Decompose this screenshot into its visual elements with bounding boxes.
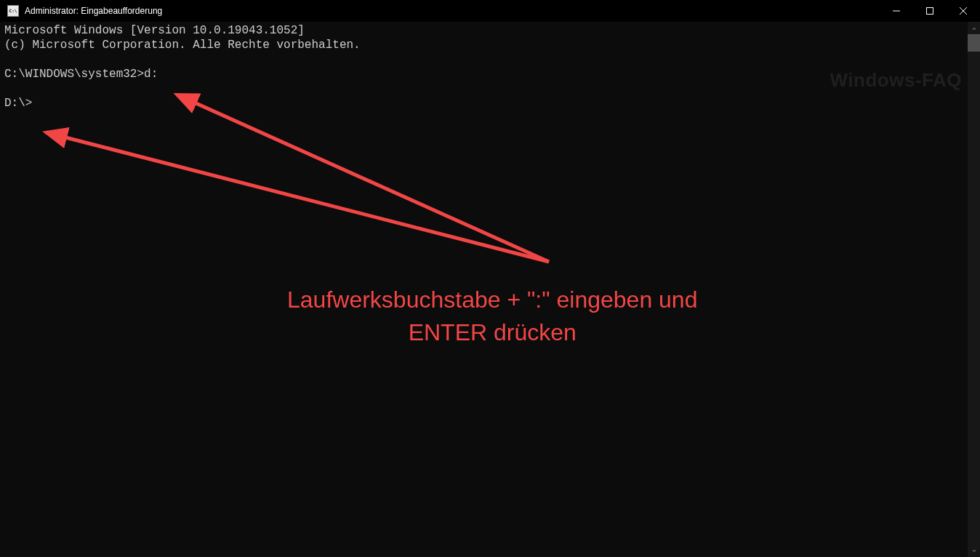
chevron-down-icon [971,548,977,554]
scrollbar-vertical[interactable] [968,22,980,557]
console-line: C:\WINDOWS\system32>d: [4,68,158,81]
close-icon [960,7,967,15]
scrollbar-thumb[interactable] [968,34,980,52]
maximize-button[interactable] [913,0,947,22]
console-line: Microsoft Windows [Version 10.0.19043.10… [4,24,305,37]
console-output: Microsoft Windows [Version 10.0.19043.10… [0,22,980,112]
svg-rect-1 [927,8,933,15]
scrollbar-down-button[interactable] [968,545,980,557]
title-bar: Administrator: Eingabeaufforderung [0,0,980,22]
chevron-up-icon [971,25,977,31]
console-prompt: D:\> [4,97,32,110]
window-controls [880,0,980,22]
minimize-button[interactable] [880,0,913,22]
console-area[interactable]: Microsoft Windows [Version 10.0.19043.10… [0,22,980,557]
close-button[interactable] [947,0,980,22]
cmd-app-icon [7,5,19,17]
maximize-icon [926,7,933,15]
scrollbar-up-button[interactable] [968,22,980,34]
minimize-icon [893,7,900,15]
window-title: Administrator: Eingabeaufforderung [25,6,880,16]
console-line: (c) Microsoft Corporation. Alle Rechte v… [4,39,361,52]
